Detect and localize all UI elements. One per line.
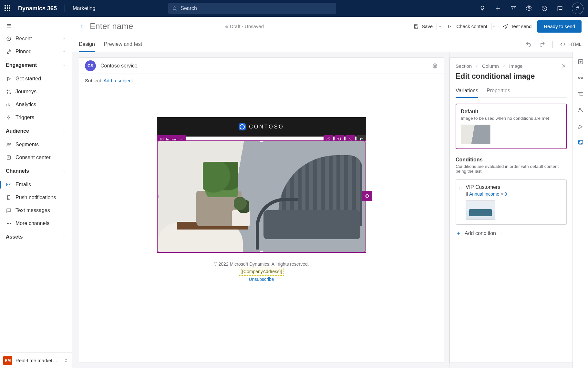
nav-get-started[interactable]: Get started: [0, 72, 72, 85]
nav-section-engagement[interactable]: Engagement: [0, 58, 72, 72]
add-condition-button[interactable]: Add condition: [456, 230, 567, 236]
main-area: Draft - Unsaved Save Check content Test …: [72, 17, 588, 368]
svg-point-37: [461, 189, 461, 190]
nav-section-audience[interactable]: Audience: [0, 124, 72, 138]
rail-image-icon[interactable]: [576, 138, 585, 147]
rail-link-icon[interactable]: [576, 74, 585, 82]
svg-point-14: [9, 143, 11, 145]
rail-personalize-icon[interactable]: [576, 106, 585, 114]
add-subject-link[interactable]: Add a subject: [104, 78, 133, 83]
chat-icon[interactable]: [556, 5, 563, 12]
test-send-button[interactable]: Test send: [501, 22, 533, 31]
crumb-column[interactable]: Column: [482, 63, 499, 69]
module-name[interactable]: Marketing: [73, 5, 95, 11]
resize-handle[interactable]: [260, 251, 263, 253]
rail-add-icon[interactable]: [576, 57, 585, 66]
nav-section-channels[interactable]: Channels: [0, 164, 72, 178]
nav-recent[interactable]: Recent: [0, 32, 72, 45]
check-content-split-button[interactable]: Check content: [447, 22, 497, 31]
rail-outline-icon[interactable]: [576, 90, 585, 98]
condition-card[interactable]: VIP Customers If Annual Income > 0: [456, 179, 567, 225]
resize-handle[interactable]: [157, 140, 159, 142]
default-variation-card[interactable]: Default Image to be used when no conditi…: [456, 104, 567, 149]
back-icon[interactable]: [79, 23, 85, 30]
drag-handle-icon[interactable]: [459, 186, 462, 191]
mail-icon: [6, 182, 12, 188]
resize-handle[interactable]: [157, 195, 159, 198]
gear-icon[interactable]: [525, 5, 532, 12]
tab-design[interactable]: Design: [79, 36, 95, 52]
email-footer[interactable]: © 2022 Microsoft Dynamics. All rights re…: [157, 253, 366, 283]
nav-triggers[interactable]: Triggers: [0, 111, 72, 124]
chevron-down-icon[interactable]: [438, 24, 442, 29]
resize-handle[interactable]: [260, 140, 263, 142]
email-brand-bar[interactable]: CONTOSO: [157, 117, 366, 137]
gear-icon[interactable]: [432, 63, 438, 69]
topbar-actions: #: [479, 3, 583, 14]
panel-tabs: Variations Properties: [456, 85, 567, 98]
thumbnail[interactable]: [461, 125, 490, 144]
conditions-heading: Conditions: [456, 157, 567, 163]
app-launcher-icon[interactable]: [5, 5, 11, 12]
nav-label: Text messages: [15, 208, 50, 213]
footer-address-token[interactable]: {{CompanyAddress}}: [239, 268, 284, 275]
panel-tab-properties[interactable]: Properties: [487, 85, 510, 97]
sender-name[interactable]: Contoso service: [100, 63, 138, 69]
nav-more-channels[interactable]: More channels: [0, 217, 72, 230]
selected-image-element[interactable]: [157, 140, 366, 253]
nav-journeys[interactable]: Journeys: [0, 85, 72, 98]
lightbulb-icon[interactable]: [479, 5, 486, 12]
crumb-section[interactable]: Section: [456, 63, 472, 69]
html-view-button[interactable]: HTML: [560, 41, 582, 47]
properties-panel: Section Column Image Edit conditional im…: [449, 57, 573, 363]
ready-to-send-button[interactable]: Ready to send: [537, 20, 582, 33]
resize-handle[interactable]: [157, 251, 159, 253]
record-title-input[interactable]: [89, 21, 173, 32]
thumbnail[interactable]: [466, 200, 495, 220]
nav-emails[interactable]: Emails: [0, 178, 72, 191]
save-split-button[interactable]: Save: [412, 22, 442, 31]
help-icon[interactable]: [541, 5, 548, 12]
user-avatar[interactable]: #: [572, 3, 583, 14]
resize-handle[interactable]: [364, 251, 366, 253]
plus-icon: [456, 230, 461, 236]
command-bar: Draft - Unsaved Save Check content Test …: [72, 17, 588, 36]
move-handle-icon[interactable]: [362, 191, 372, 201]
panel-tab-variations[interactable]: Variations: [456, 85, 478, 97]
svg-point-33: [459, 188, 460, 189]
card-title: Default: [461, 109, 562, 115]
nav-segments[interactable]: Segments: [0, 138, 72, 151]
condition-expression[interactable]: If Annual Income > 0: [466, 191, 562, 197]
image-placeholder: [158, 141, 366, 252]
plus-icon[interactable]: [494, 5, 501, 12]
svg-point-54: [579, 141, 580, 142]
undo-icon[interactable]: [525, 41, 532, 47]
svg-point-21: [10, 223, 10, 224]
nav-consent-center[interactable]: Consent center: [0, 151, 72, 164]
check-content-icon: [448, 24, 454, 29]
resize-handle[interactable]: [364, 140, 366, 142]
nav-pinned[interactable]: Pinned: [0, 45, 72, 58]
redo-icon[interactable]: [539, 41, 545, 47]
close-icon[interactable]: [561, 63, 567, 69]
rail-theme-icon[interactable]: [576, 122, 585, 130]
chevron-up-icon: [62, 169, 66, 173]
filter-icon[interactable]: [510, 5, 517, 12]
nav-label: Recent: [15, 36, 32, 42]
chevron-down-icon[interactable]: [492, 24, 497, 29]
nav-text[interactable]: Text messages: [0, 204, 72, 217]
subject-label: Subject:: [85, 78, 104, 83]
footer-unsubscribe-link[interactable]: Unsubscribe: [249, 277, 274, 282]
footer-copy: © 2022 Microsoft Dynamics. All rights re…: [157, 261, 366, 268]
collapse-nav-button[interactable]: [3, 19, 15, 32]
area-switcher[interactable]: RM Real-time marketi…: [0, 353, 72, 368]
global-search[interactable]: Search: [168, 3, 336, 14]
nav-section-assets[interactable]: Assets: [0, 230, 72, 244]
tab-preview[interactable]: Preview and test: [104, 36, 142, 52]
nav-push[interactable]: Push notifications: [0, 191, 72, 204]
svg-point-50: [579, 94, 580, 94]
svg-point-0: [173, 7, 176, 10]
svg-point-6: [544, 10, 545, 10]
nav-analytics[interactable]: Analytics: [0, 98, 72, 111]
crumb-image[interactable]: Image: [509, 63, 523, 69]
